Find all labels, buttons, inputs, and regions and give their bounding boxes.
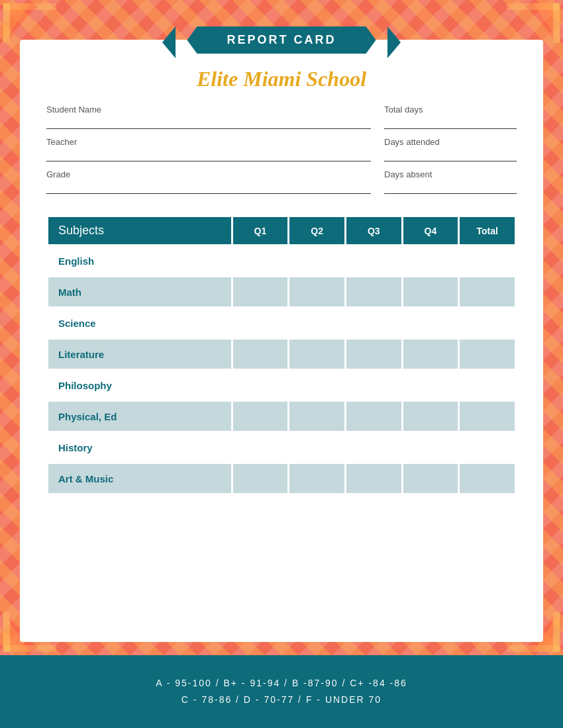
score-total xyxy=(460,277,515,306)
col-header-total: Total xyxy=(460,217,515,244)
table-row: Science xyxy=(48,308,515,338)
banner-text: REPORT CARD xyxy=(227,33,336,46)
subject-cell-science: Science xyxy=(48,308,231,338)
table-row: History xyxy=(48,433,515,462)
table-row: Physical, Ed xyxy=(48,402,515,431)
total-days-field: Total days xyxy=(384,105,517,129)
col-header-subjects: Subjects xyxy=(48,217,231,244)
student-name-line xyxy=(46,117,371,129)
col-header-q4: Q4 xyxy=(403,217,458,244)
score-q3 xyxy=(346,371,401,400)
score-q2 xyxy=(289,464,344,493)
days-attended-field: Days attended xyxy=(384,137,517,161)
svg-rect-14 xyxy=(507,645,560,652)
score-q3 xyxy=(346,433,401,462)
grade-table-body: EnglishMathScienceLiteraturePhilosophyPh… xyxy=(48,246,515,493)
banner: REPORT CARD xyxy=(187,26,376,54)
table-row: Math xyxy=(48,277,515,306)
teacher-label: Teacher xyxy=(46,137,371,147)
score-q4 xyxy=(403,371,458,400)
svg-rect-3 xyxy=(3,3,10,43)
grade-line xyxy=(46,182,371,194)
svg-rect-2 xyxy=(3,3,56,10)
student-name-label: Student Name xyxy=(46,105,371,114)
score-q1 xyxy=(233,433,288,462)
score-q1 xyxy=(233,340,288,369)
score-q1 xyxy=(233,371,288,400)
score-q2 xyxy=(289,308,344,338)
svg-rect-11 xyxy=(3,612,10,652)
footer-line1: A - 95-100 / B+ - 91-94 / B -87-90 / C+ … xyxy=(156,675,407,692)
score-q4 xyxy=(403,277,458,306)
table-row: Philosophy xyxy=(48,371,515,400)
days-absent-field: Days absent xyxy=(384,169,517,194)
subject-cell-philosophy: Philosophy xyxy=(48,371,231,400)
banner-section: REPORT CARD xyxy=(46,40,517,67)
svg-rect-7 xyxy=(553,3,560,43)
teacher-field: Teacher xyxy=(46,137,371,161)
school-name: Elite Miami School xyxy=(46,67,517,91)
score-q2 xyxy=(289,246,344,275)
table-row: Literature xyxy=(48,340,515,369)
subject-cell-physicaled: Physical, Ed xyxy=(48,402,231,431)
footer-bar: A - 95-100 / B+ - 91-94 / B -87-90 / C+ … xyxy=(0,655,563,728)
days-absent-label: Days absent xyxy=(384,169,517,179)
main-card: REPORT CARD Elite Miami School Student N… xyxy=(20,40,543,642)
score-total xyxy=(460,371,515,400)
subject-cell-artmusic: Art & Music xyxy=(48,464,231,493)
score-q3 xyxy=(346,246,401,275)
svg-rect-6 xyxy=(507,3,560,10)
total-days-line xyxy=(384,117,517,129)
info-left: Student Name Teacher Grade xyxy=(46,105,384,202)
score-total xyxy=(460,246,515,275)
days-absent-line xyxy=(384,182,517,194)
grade-label: Grade xyxy=(46,169,371,179)
subject-cell-english: English xyxy=(48,246,231,275)
student-name-field: Student Name xyxy=(46,105,371,129)
score-q1 xyxy=(233,277,288,306)
score-q4 xyxy=(403,464,458,493)
subject-cell-history: History xyxy=(48,433,231,462)
score-q1 xyxy=(233,308,288,338)
score-q2 xyxy=(289,402,344,431)
grade-table: Subjects Q1 Q2 Q3 Q4 Total EnglishMathSc… xyxy=(46,215,517,495)
score-q4 xyxy=(403,246,458,275)
score-q4 xyxy=(403,308,458,338)
score-q1 xyxy=(233,246,288,275)
days-attended-line xyxy=(384,150,517,161)
teacher-line xyxy=(46,150,371,161)
ribbon-left xyxy=(162,26,176,58)
score-total xyxy=(460,464,515,493)
score-q4 xyxy=(403,402,458,431)
info-right: Total days Days attended Days absent xyxy=(384,105,517,202)
score-q3 xyxy=(346,277,401,306)
grade-field: Grade xyxy=(46,169,371,194)
col-header-q2: Q2 xyxy=(289,217,344,244)
score-q2 xyxy=(289,371,344,400)
subject-cell-math: Math xyxy=(48,277,231,306)
total-days-label: Total days xyxy=(384,105,517,114)
subject-cell-literature: Literature xyxy=(48,340,231,369)
score-q2 xyxy=(289,277,344,306)
score-q2 xyxy=(289,340,344,369)
score-total xyxy=(460,402,515,431)
svg-rect-10 xyxy=(3,645,56,652)
svg-rect-15 xyxy=(553,612,560,652)
score-q2 xyxy=(289,433,344,462)
score-q1 xyxy=(233,464,288,493)
col-header-q3: Q3 xyxy=(346,217,401,244)
info-section: Student Name Teacher Grade Total days Da… xyxy=(46,105,517,202)
score-q1 xyxy=(233,402,288,431)
table-header-row: Subjects Q1 Q2 Q3 Q4 Total xyxy=(48,217,515,244)
table-row: Art & Music xyxy=(48,464,515,493)
corner-decoration-tl xyxy=(3,3,56,43)
col-header-q1: Q1 xyxy=(233,217,288,244)
score-total xyxy=(460,308,515,338)
ribbon-right xyxy=(387,26,401,58)
score-q3 xyxy=(346,402,401,431)
score-q3 xyxy=(346,340,401,369)
score-total xyxy=(460,340,515,369)
corner-decoration-tr xyxy=(507,3,560,43)
score-q4 xyxy=(403,433,458,462)
days-attended-label: Days attended xyxy=(384,137,517,147)
